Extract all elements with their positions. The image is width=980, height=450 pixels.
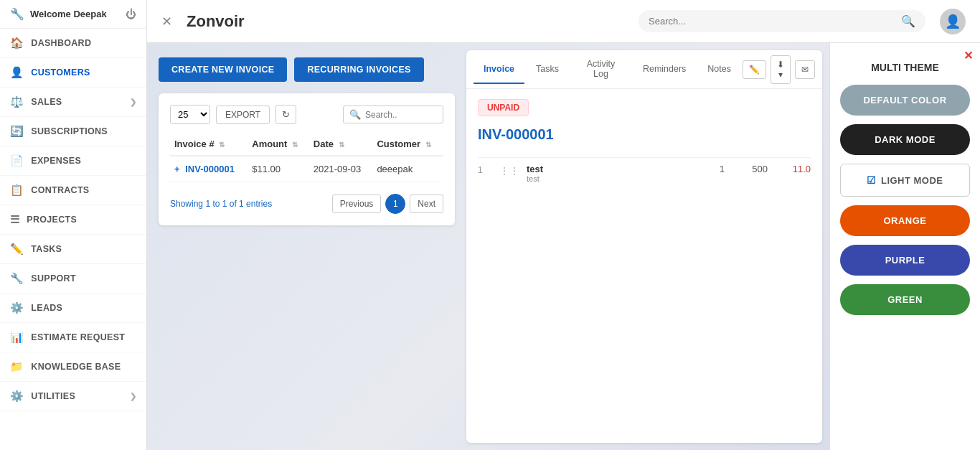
sidebar-item-label: SUPPORT (31, 273, 76, 283)
col-date: Date ⇅ (309, 133, 373, 156)
item-name: test (527, 164, 689, 174)
invoice-table-card: 25 50 100 EXPORT ↻ 🔍 (159, 93, 455, 225)
edit-button[interactable]: ✏️ (743, 60, 766, 79)
invoice-number: INV-000001 (478, 126, 811, 143)
sidebar-item-leads[interactable]: ⚙️ LEADS (0, 294, 146, 323)
per-page-selector[interactable]: 25 50 100 (170, 105, 210, 124)
sort-icon[interactable]: ⇅ (425, 141, 431, 149)
theme-purple-button[interactable]: PURPLE (840, 245, 970, 276)
app-title: Zonvoir (187, 12, 245, 31)
chevron-right-icon: ❯ (130, 392, 136, 401)
invoice-item-row: 1 ⋮⋮ test test 1 500 11.0 (478, 157, 811, 189)
sidebar-item-tasks[interactable]: ✏️ TASKS (0, 235, 146, 264)
plus-icon: + (174, 164, 180, 174)
sort-icon[interactable]: ⇅ (339, 141, 344, 149)
prev-page-button[interactable]: Previous (332, 194, 382, 213)
left-panel: CREATE NEW INVOICE RECURRING INVOICES 25… (147, 43, 466, 450)
sort-icon[interactable]: ⇅ (292, 141, 298, 149)
power-icon[interactable]: ⏻ (126, 8, 136, 20)
sidebar-item-customers[interactable]: 👤 CUSTOMERS (0, 58, 146, 88)
close-icon[interactable]: ✕ (161, 14, 172, 29)
sidebar-item-knowledge-base[interactable]: 📁 KNOWLEDGE BASE (0, 352, 146, 382)
showing-range: 1 to 1 (205, 199, 227, 209)
invoice-link[interactable]: INV-000001 (185, 164, 235, 174)
search-input[interactable] (649, 16, 895, 27)
main-content: ✕ Zonvoir 🔍 👤 CREATE NEW INVOICE RECURRI… (147, 0, 980, 450)
refresh-button[interactable]: ↻ (275, 105, 296, 124)
sort-icon[interactable]: ⇅ (219, 141, 225, 149)
list-icon: ☰ (10, 213, 19, 226)
theme-close-button[interactable]: ✕ (963, 49, 973, 62)
per-page-select[interactable]: 25 50 100 (171, 106, 209, 123)
gear-icon: ⚙️ (10, 301, 24, 314)
sidebar-item-utilities[interactable]: ⚙️ UTILITIES ❯ (0, 382, 146, 411)
folder-icon: 📁 (10, 360, 24, 373)
item-info: test test (527, 164, 689, 183)
tab-invoice[interactable]: Invoice (473, 55, 524, 84)
chevron-right-icon: ❯ (130, 98, 136, 107)
tab-tasks[interactable]: Tasks (526, 55, 569, 84)
topbar: ✕ Zonvoir 🔍 👤 (147, 0, 980, 43)
sidebar-item-expenses[interactable]: 📄 EXPENSES (0, 146, 146, 176)
item-total: 11.0 (775, 164, 811, 174)
sidebar-item-projects[interactable]: ☰ PROJECTS (0, 205, 146, 235)
action-buttons: CREATE NEW INVOICE RECURRING INVOICES (159, 57, 455, 82)
recurring-invoices-button[interactable]: RECURRING INVOICES (294, 57, 423, 82)
theme-orange-button[interactable]: ORANGE (840, 205, 970, 236)
table-search-input[interactable] (365, 110, 437, 120)
theme-light-mode-button[interactable]: ☑ LIGHT MODE (840, 164, 970, 197)
sidebar-header: 🔧 Welcome Deepak ⏻ (0, 0, 146, 29)
theme-green-button[interactable]: GREEN (840, 284, 970, 315)
document-icon: 📄 (10, 154, 24, 167)
right-panel-body: UNPAID INV-000001 1 ⋮⋮ test test 1 500 1… (466, 89, 822, 443)
download-button[interactable]: ⬇ ▾ (771, 55, 791, 84)
table-search-icon: 🔍 (349, 109, 361, 120)
pagination: Previous 1 Next (332, 194, 443, 214)
item-number: 1 (478, 165, 492, 175)
invoice-tabs: Invoice Tasks Activity Log Reminders Not… (466, 50, 822, 89)
table-controls: 25 50 100 EXPORT ↻ 🔍 (170, 105, 443, 124)
create-invoice-button[interactable]: CREATE NEW INVOICE (159, 57, 287, 82)
invoice-table: Invoice # ⇅ Amount ⇅ Date ⇅ (170, 133, 443, 182)
showing-label: Showing (170, 199, 205, 209)
theme-title: MULTI THEME (840, 62, 970, 73)
sidebar-nav: 🏠 DASHBOARD 👤 CUSTOMERS ⚖️ SALES ❯ 🔄 SUB… (0, 29, 146, 411)
showing-entries: entries (244, 199, 272, 209)
invoice-num-cell: + INV-000001 (170, 156, 248, 182)
table-row[interactable]: + INV-000001 $11.00 2021-09-03 deeepak (170, 156, 443, 182)
email-button[interactable]: ✉ (795, 60, 815, 79)
theme-default-color-button[interactable]: DEFAULT COLOR (840, 85, 970, 116)
scales-icon: ⚖️ (10, 95, 24, 108)
sidebar-item-subscriptions[interactable]: 🔄 SUBSCRIPTIONS (0, 117, 146, 146)
search-icon[interactable]: 🔍 (901, 14, 915, 28)
sidebar-item-estimate-request[interactable]: 📊 ESTIMATE REQUEST (0, 323, 146, 352)
sidebar-item-label: UTILITIES (31, 391, 75, 401)
date-cell: 2021-09-03 (309, 156, 373, 182)
export-button[interactable]: EXPORT (216, 106, 270, 124)
checkmark-icon: ☑ (867, 174, 877, 186)
wrench2-icon: 🔧 (10, 272, 24, 285)
page-1-button[interactable]: 1 (385, 194, 405, 214)
sidebar-item-dashboard[interactable]: 🏠 DASHBOARD (0, 29, 146, 58)
sidebar-item-support[interactable]: 🔧 SUPPORT (0, 264, 146, 294)
showing-of: of (227, 199, 239, 209)
clipboard-icon: 📋 (10, 184, 24, 197)
sidebar-item-contracts[interactable]: 📋 CONTRACTS (0, 176, 146, 205)
sidebar-item-label: ESTIMATE REQUEST (31, 332, 125, 342)
next-page-button[interactable]: Next (410, 194, 443, 213)
theme-dark-mode-button[interactable]: DARK MODE (840, 124, 970, 155)
sidebar-item-label: CUSTOMERS (31, 67, 90, 78)
tab-notes[interactable]: Notes (697, 55, 741, 84)
drag-handle-icon: ⋮⋮ (499, 165, 519, 177)
avatar-icon: 👤 (945, 14, 961, 29)
right-panel: Invoice Tasks Activity Log Reminders Not… (466, 50, 822, 443)
sidebar-item-label: LEADS (31, 303, 62, 313)
tab-reminders[interactable]: Reminders (633, 55, 696, 84)
sidebar-header-left: 🔧 Welcome Deepak (10, 7, 107, 21)
tab-activity-log[interactable]: Activity Log (570, 50, 631, 89)
tab-actions: ✏️ ⬇ ▾ ✉ (743, 55, 815, 84)
sidebar-item-label: PROJECTS (27, 215, 77, 225)
sidebar-item-sales[interactable]: ⚖️ SALES ❯ (0, 88, 146, 117)
avatar[interactable]: 👤 (940, 9, 966, 34)
sidebar: 🔧 Welcome Deepak ⏻ 🏠 DASHBOARD 👤 CUSTOME… (0, 0, 147, 450)
